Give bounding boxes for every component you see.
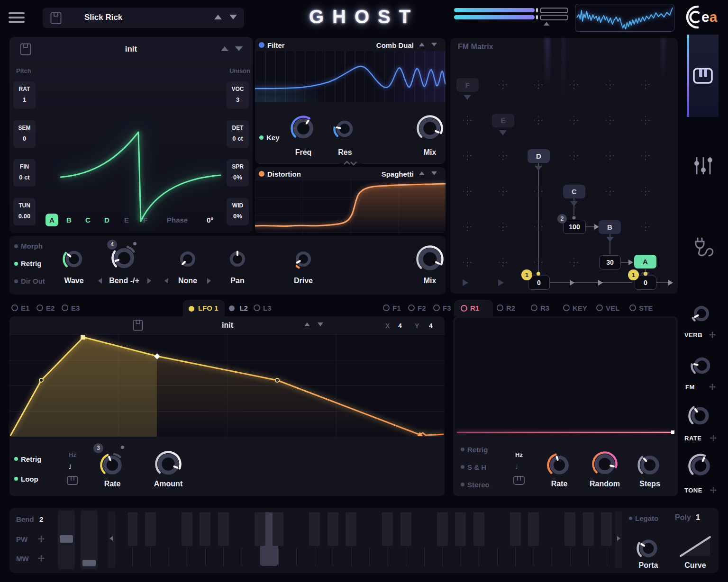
piano-key-black[interactable] xyxy=(255,512,265,546)
piano-key-black[interactable] xyxy=(400,512,411,546)
fm-grid-cell[interactable] xyxy=(641,116,650,125)
fm-amount-b-to-a[interactable]: 30 xyxy=(599,255,621,269)
porta-knob[interactable] xyxy=(636,536,661,563)
piano-key-black[interactable] xyxy=(145,512,156,546)
morph-toggle[interactable]: Morph xyxy=(21,242,43,250)
lfo-display[interactable] xyxy=(9,334,445,437)
width-param[interactable]: WID0% xyxy=(227,198,249,225)
filter-mix-knob[interactable] xyxy=(416,114,444,144)
tune-param[interactable]: TUN0.00 xyxy=(13,198,36,225)
voices-param[interactable]: VOC3 xyxy=(227,81,249,109)
preset-prev-button[interactable] xyxy=(214,15,222,19)
preset-next-button[interactable] xyxy=(229,15,237,19)
fm-node-f[interactable]: F xyxy=(456,78,479,92)
pitch-wheel[interactable] xyxy=(58,510,75,569)
wave-tab-c[interactable]: C xyxy=(85,216,91,224)
fm-grid-cell[interactable] xyxy=(641,223,650,231)
fx-rate-knob[interactable] xyxy=(687,403,713,430)
retrig-toggle[interactable]: Retrig xyxy=(21,260,41,268)
piano-key-black[interactable] xyxy=(346,512,356,546)
none-mod-knob[interactable] xyxy=(176,247,200,273)
piano-key-black[interactable] xyxy=(473,512,484,546)
wave-tab-f[interactable]: F xyxy=(143,216,147,224)
dirout-toggle[interactable]: Dir Out xyxy=(21,277,45,285)
random-retrig-toggle[interactable]: Retrig xyxy=(467,446,488,454)
macro-slider-2-range[interactable] xyxy=(540,15,568,20)
fm-grid-cell[interactable] xyxy=(570,258,578,267)
nav-tab-play[interactable] xyxy=(687,35,719,117)
piano-key-black[interactable] xyxy=(128,512,137,546)
collapse-chevrons-icon[interactable] xyxy=(343,160,357,166)
save-lfo-icon[interactable] xyxy=(133,320,143,331)
tab-fenv2[interactable]: F2 xyxy=(408,304,426,313)
fm-grid-cell[interactable] xyxy=(499,152,507,160)
tab-vel[interactable]: VEL xyxy=(596,304,619,313)
fm-grid-cell[interactable] xyxy=(463,187,472,196)
macro-slider-2[interactable] xyxy=(454,15,535,19)
lfo-sync-note-icon[interactable]: ♩ xyxy=(65,462,80,472)
lfo-loop-toggle[interactable]: Loop xyxy=(21,475,38,483)
wavetable-next-button[interactable] xyxy=(235,46,243,51)
fm-grid-cell[interactable] xyxy=(570,81,578,89)
phase-value[interactable]: 0° xyxy=(207,216,213,224)
keyboard-scroll-right[interactable] xyxy=(615,511,622,568)
piano-key-black[interactable] xyxy=(328,512,338,546)
fm-node-e[interactable]: E xyxy=(492,114,514,127)
keyboard-scroll-left[interactable] xyxy=(108,511,115,568)
piano-key-black[interactable] xyxy=(182,512,192,546)
lfo-retrig-toggle[interactable]: Retrig xyxy=(21,455,41,463)
piano-key-black[interactable] xyxy=(564,512,575,546)
nav-tab-settings[interactable] xyxy=(687,142,719,189)
lfo-grid-y-value[interactable]: 4 xyxy=(429,322,433,330)
fm-node-a[interactable]: A xyxy=(634,255,656,269)
filter-key-toggle[interactable]: Key xyxy=(266,134,280,142)
fm-grid-cell[interactable] xyxy=(570,116,578,125)
ratio-param[interactable]: RAT1 xyxy=(13,81,36,109)
random-display[interactable] xyxy=(455,318,676,436)
filter-type[interactable]: Comb Dual xyxy=(355,41,414,49)
wave-tab-a[interactable]: A xyxy=(46,214,58,226)
fm-grid-cell[interactable] xyxy=(606,152,614,160)
filter-display[interactable] xyxy=(255,51,446,102)
fm-grid-cell[interactable] xyxy=(534,258,543,267)
lfo-sync-hz[interactable]: Hz xyxy=(65,451,80,458)
none-next-icon[interactable] xyxy=(207,278,211,284)
pan-knob[interactable] xyxy=(226,247,249,273)
pw-move-icon[interactable] xyxy=(38,536,45,544)
piano-key-black[interactable] xyxy=(601,512,612,546)
porta-curve-display[interactable] xyxy=(679,533,712,559)
random-steps-knob[interactable] xyxy=(637,452,663,480)
poly-value[interactable]: 1 xyxy=(696,513,700,522)
fm-grid-cell[interactable] xyxy=(499,81,507,89)
save-preset-icon[interactable] xyxy=(50,12,62,24)
fm-grid-cell[interactable] xyxy=(641,152,650,160)
piano-key-black[interactable] xyxy=(510,512,521,546)
tab-rand1[interactable]: R1 xyxy=(454,300,493,316)
legato-toggle[interactable]: Legato xyxy=(635,514,658,522)
wave-tab-b[interactable]: B xyxy=(66,216,72,224)
piano-key-black[interactable] xyxy=(218,512,229,546)
preset-selector[interactable]: Slick Rick xyxy=(43,8,244,28)
tone-knob[interactable] xyxy=(687,453,714,481)
fm-grid-cell[interactable] xyxy=(570,152,578,160)
fm-grid-cell[interactable] xyxy=(606,187,614,196)
fm-amount-c-to-b[interactable]: 100 xyxy=(563,220,586,234)
fm-grid-cell[interactable] xyxy=(499,187,507,196)
distortion-type[interactable]: Spaghetti xyxy=(355,170,414,178)
macro-slider-2-cap[interactable] xyxy=(536,15,538,19)
tab-rand2[interactable]: R2 xyxy=(497,304,515,313)
tab-env1[interactable]: E1 xyxy=(11,304,29,313)
distortion-next-button[interactable] xyxy=(431,171,437,175)
piano-key-black[interactable] xyxy=(200,512,210,546)
piano-keyboard[interactable] xyxy=(128,512,614,568)
distortion-enable-dot[interactable] xyxy=(259,171,264,177)
random-rate-knob[interactable] xyxy=(546,452,573,480)
piano-key-black[interactable] xyxy=(437,512,448,546)
macro-slider-1[interactable] xyxy=(454,8,535,12)
fm-grid-cell[interactable] xyxy=(606,116,614,125)
tab-lfo3[interactable]: L3 xyxy=(254,304,272,313)
tab-lfo1[interactable]: LFO 1 xyxy=(183,300,225,316)
drive-knob[interactable] xyxy=(291,247,315,273)
fx-rate-move-icon[interactable] xyxy=(710,435,717,443)
fm-grid-cell[interactable] xyxy=(534,223,543,231)
